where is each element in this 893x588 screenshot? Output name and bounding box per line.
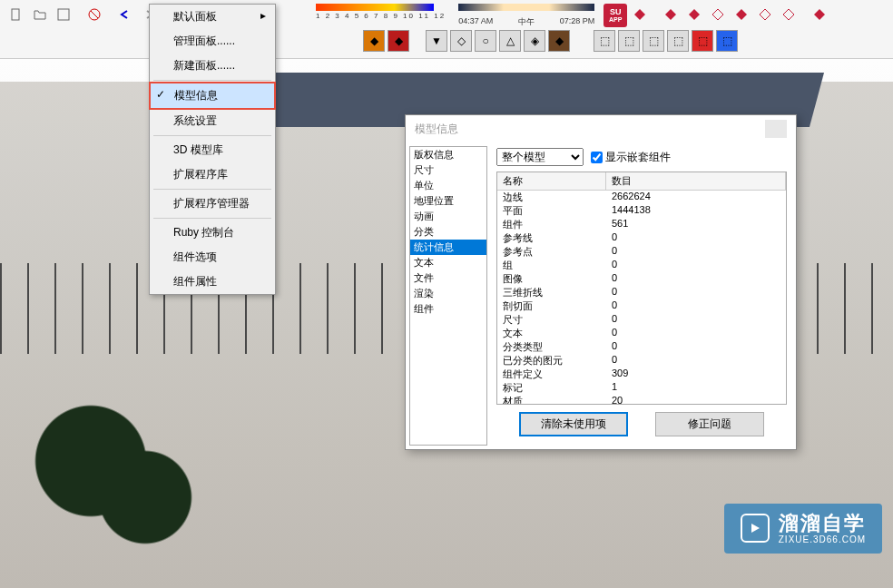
sidebar-item[interactable]: 动画 xyxy=(410,209,486,224)
dialog-title-text: 模型信息 xyxy=(415,122,458,137)
stats-row[interactable]: 三维折线0 xyxy=(497,286,786,299)
save-icon[interactable] xyxy=(54,5,74,24)
undo-icon[interactable] xyxy=(115,5,135,24)
svg-marker-10 xyxy=(783,9,794,20)
red-tool-3[interactable] xyxy=(684,5,704,24)
red-tool-6[interactable] xyxy=(755,5,775,24)
red-tool-2[interactable] xyxy=(661,5,681,24)
sidebar-item[interactable]: 尺寸 xyxy=(410,162,486,178)
stats-row[interactable]: 已分类的图元0 xyxy=(497,354,786,368)
red-tool-8[interactable] xyxy=(810,5,829,24)
stats-row[interactable]: 文本0 xyxy=(497,327,786,340)
check-icon: ✓ xyxy=(156,88,165,101)
solid-tool-2[interactable]: ⬚ xyxy=(618,30,640,52)
solid-tool-4[interactable]: ⬚ xyxy=(667,30,689,52)
solid-tool-3[interactable]: ⬚ xyxy=(643,30,664,52)
watermark: 溜溜自学 ZIXUE.3D66.COM xyxy=(724,504,882,554)
menu-component-attrs[interactable]: 组件属性 xyxy=(150,270,275,294)
sidebar-item[interactable]: 地理位置 xyxy=(410,193,486,209)
show-nested-checkbox[interactable] xyxy=(591,152,603,163)
sandbox-tool-1[interactable]: ▼ xyxy=(426,30,447,52)
open-icon[interactable] xyxy=(30,5,50,24)
sandbox-tool-3[interactable]: ○ xyxy=(475,30,496,52)
red-tool-4[interactable] xyxy=(708,5,728,24)
stats-row[interactable]: 组0 xyxy=(497,259,786,272)
stats-row[interactable]: 平面1444138 xyxy=(497,204,786,218)
solid-tool-6[interactable]: ⬚ xyxy=(716,30,738,52)
svg-marker-4 xyxy=(634,9,645,20)
stats-row[interactable]: 图像0 xyxy=(497,272,786,286)
sandbox-tool-2[interactable]: ◇ xyxy=(450,30,472,52)
solid-tool-5[interactable]: ⬚ xyxy=(692,30,713,52)
toolbar-row-2: ◆ ◆ ▼ ◇ ○ △ ◈ ◆ ⬚ ⬚ ⬚ ⬚ ⬚ ⬚ xyxy=(363,27,884,54)
svg-marker-9 xyxy=(760,9,770,20)
close-icon[interactable] xyxy=(765,120,787,138)
col-header-num[interactable]: 数目 xyxy=(606,172,786,190)
watermark-main: 溜溜自学 xyxy=(779,513,866,534)
menu-default-panel[interactable]: 默认面板 ▸ xyxy=(150,5,275,29)
su-app-badge[interactable]: SUAPP xyxy=(604,4,627,27)
red-tool-7[interactable] xyxy=(779,5,799,24)
sidebar-item[interactable]: 统计信息 xyxy=(410,240,486,255)
svg-line-3 xyxy=(91,11,98,18)
stats-row[interactable]: 边线2662624 xyxy=(497,191,786,204)
new-icon[interactable] xyxy=(6,5,26,24)
sidebar-item[interactable]: 组件 xyxy=(410,301,486,317)
chevron-right-icon: ▸ xyxy=(260,9,266,22)
sandbox-tool-5[interactable]: ◈ xyxy=(524,30,545,52)
sidebar-item[interactable]: 渲染 xyxy=(410,286,486,301)
sidebar-item[interactable]: 版权信息 xyxy=(410,147,486,162)
svg-marker-5 xyxy=(665,9,676,20)
model-scope-select[interactable]: 整个模型 xyxy=(496,148,584,166)
stats-row[interactable]: 参考点0 xyxy=(497,245,786,259)
menu-3d-warehouse[interactable]: 3D 模型库 xyxy=(150,138,275,162)
window-menu: 默认面板 ▸ 管理面板...... 新建面板...... ✓ 模型信息 系统设置… xyxy=(149,4,276,295)
svg-marker-11 xyxy=(814,9,825,20)
watermark-sub: ZIXUE.3D66.COM xyxy=(779,534,866,544)
sidebar-item[interactable]: 分类 xyxy=(410,224,486,240)
svg-marker-8 xyxy=(736,9,747,20)
model-info-dialog: 模型信息 版权信息尺寸单位地理位置动画分类统计信息文本文件渲染组件 整个模型 显… xyxy=(405,114,797,450)
red-tool-1[interactable] xyxy=(630,5,650,24)
trees-model xyxy=(18,388,200,570)
menu-model-info[interactable]: ✓ 模型信息 xyxy=(149,82,276,110)
stats-row[interactable]: 组件561 xyxy=(497,218,786,231)
red-tool-5[interactable] xyxy=(731,5,751,24)
stats-row[interactable]: 分类类型0 xyxy=(497,340,786,354)
menu-extension-manager[interactable]: 扩展程序管理器 xyxy=(150,191,275,216)
fix-button[interactable]: 修正问题 xyxy=(655,412,764,436)
dialog-titlebar[interactable]: 模型信息 xyxy=(406,115,796,142)
sandbox-tool-6[interactable]: ◆ xyxy=(548,30,570,52)
dialog-sidebar: 版权信息尺寸单位地理位置动画分类统计信息文本文件渲染组件 xyxy=(409,146,487,446)
sidebar-item[interactable]: 单位 xyxy=(410,178,486,193)
color-scale: 1 2 3 4 5 6 7 8 9 10 11 12 xyxy=(316,4,446,20)
menu-component-options[interactable]: 组件选项 xyxy=(150,245,275,270)
sandbox-tool-4[interactable]: △ xyxy=(499,30,521,52)
stats-row[interactable]: 剖切面0 xyxy=(497,299,786,313)
play-icon xyxy=(741,514,770,543)
stats-row[interactable]: 材质20 xyxy=(497,395,786,405)
menu-manage-panel[interactable]: 管理面板...... xyxy=(150,29,275,54)
sidebar-item[interactable]: 文本 xyxy=(410,255,486,270)
stats-row[interactable]: 参考线0 xyxy=(497,231,786,245)
svg-marker-6 xyxy=(689,9,700,20)
time-scale: 04:37 AM 中午 07:28 PM xyxy=(458,4,594,28)
sidebar-item[interactable]: 文件 xyxy=(410,270,486,286)
show-nested-label[interactable]: 显示嵌套组件 xyxy=(591,150,671,165)
terrain-tool-1[interactable]: ◆ xyxy=(363,30,385,52)
col-header-name[interactable]: 名称 xyxy=(497,172,606,190)
menu-extension-warehouse[interactable]: 扩展程序库 xyxy=(150,162,275,187)
solid-tool-1[interactable]: ⬚ xyxy=(594,30,615,52)
menu-ruby-console[interactable]: Ruby 控制台 xyxy=(150,220,275,245)
stats-row[interactable]: 尺寸0 xyxy=(497,313,786,327)
stats-row[interactable]: 标记1 xyxy=(497,381,786,395)
menu-preferences[interactable]: 系统设置 xyxy=(150,109,275,133)
svg-rect-0 xyxy=(12,9,19,20)
stats-row[interactable]: 组件定义309 xyxy=(497,368,786,381)
terrain-tool-2[interactable]: ◆ xyxy=(388,30,409,52)
purge-button[interactable]: 清除未使用项 xyxy=(519,412,628,436)
scale-numbers: 1 2 3 4 5 6 7 8 9 10 11 12 xyxy=(316,12,446,20)
svg-marker-7 xyxy=(712,9,723,20)
cancel-icon[interactable] xyxy=(84,5,104,24)
menu-new-panel[interactable]: 新建面板...... xyxy=(150,54,275,78)
